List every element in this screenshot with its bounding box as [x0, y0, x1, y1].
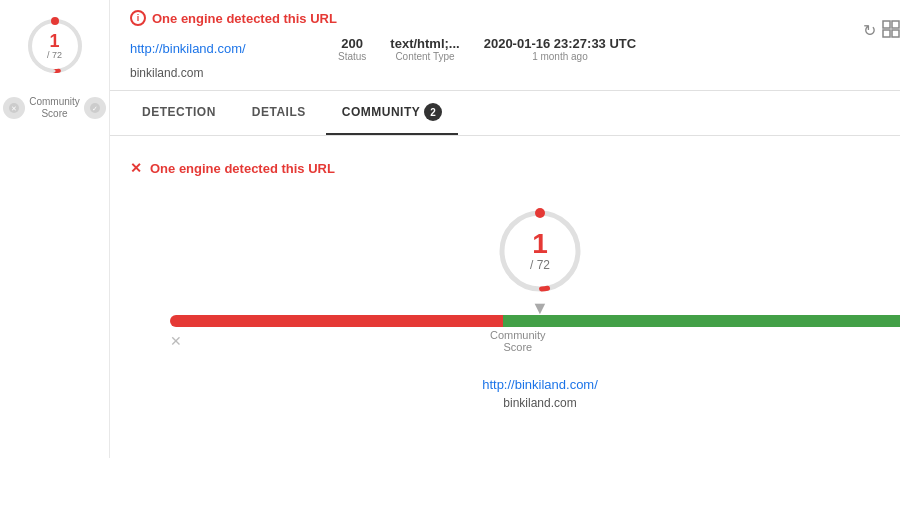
sidebar-cs-label: CommunityScore — [29, 96, 80, 120]
svg-rect-8 — [883, 21, 890, 28]
url-block: i One engine detected this URL http://bi… — [130, 10, 863, 80]
score-section: 1 / 72 ▼ — [130, 206, 900, 410]
refresh-button[interactable]: ↻ — [863, 21, 876, 40]
tab-details[interactable]: DETAILS — [236, 93, 322, 133]
progress-labels: ✕ CommunityScore ✓ — [170, 333, 900, 349]
progress-label-left: ✕ — [170, 333, 182, 349]
main-content: ✕ One engine detected this URL — [110, 136, 900, 458]
progress-green — [503, 315, 900, 327]
nav-tabs: DETECTION DETAILS COMMUNITY 2 — [110, 91, 900, 136]
top-bar: i One engine detected this URL http://bi… — [110, 0, 900, 91]
header-url[interactable]: http://binkiland.com/ — [130, 41, 330, 56]
sidebar-community-score: ✕ CommunityScore ✓ — [3, 96, 106, 120]
main-score-number: 1 — [530, 230, 550, 258]
progress-red — [170, 315, 503, 327]
sidebar-score-number: 1 — [47, 32, 62, 50]
status-label: Status — [338, 51, 366, 62]
svg-point-3 — [51, 17, 59, 25]
content-type-col: text/html;... Content Type — [390, 36, 459, 62]
date-col: 2020-01-16 23:27:33 UTC 1 month ago — [484, 36, 636, 62]
content-area: i One engine detected this URL http://bi… — [110, 0, 900, 458]
svg-text:✕: ✕ — [11, 105, 17, 112]
meta-row: 200 Status text/html;... Content Type 20… — [338, 36, 636, 62]
detection-notice-main-text: One engine detected this URL — [150, 161, 335, 176]
content-type-label: Content Type — [390, 51, 459, 62]
svg-rect-10 — [883, 30, 890, 37]
status-col: 200 Status — [338, 36, 366, 62]
sidebar-cs-right-icon: ✓ — [84, 97, 106, 119]
tab-community[interactable]: COMMUNITY 2 — [326, 91, 459, 135]
left-sidebar: 1 / 72 ✕ CommunityScore ✓ — [0, 0, 110, 458]
grid-button[interactable] — [882, 20, 900, 41]
progress-label-center: CommunityScore — [490, 329, 546, 353]
sidebar-score-denom: / 72 — [47, 50, 62, 60]
url-info-bottom: http://binkiland.com/ binkiland.com — [482, 377, 598, 410]
tab-community-badge: 2 — [424, 103, 442, 121]
svg-text:✓: ✓ — [92, 105, 98, 112]
sidebar-score-circle: 1 / 72 — [25, 16, 85, 76]
progress-section: ✕ CommunityScore ✓ — [130, 315, 900, 349]
svg-point-14 — [535, 208, 545, 218]
detection-notice-header: i One engine detected this URL — [130, 10, 863, 26]
progress-bar — [170, 315, 900, 327]
info-icon: i — [130, 10, 146, 26]
date-value: 2020-01-16 23:27:33 UTC — [484, 36, 636, 51]
detection-notice-text: One engine detected this URL — [152, 11, 337, 26]
x-icon: ✕ — [130, 160, 142, 176]
status-value: 200 — [338, 36, 366, 51]
main-url[interactable]: http://binkiland.com/ — [482, 377, 598, 392]
sidebar-cs-left-icon: ✕ — [3, 97, 25, 119]
tab-community-label: COMMUNITY — [342, 105, 421, 119]
content-type-value: text/html;... — [390, 36, 459, 51]
main-score-denom: / 72 — [530, 258, 550, 272]
main-domain: binkiland.com — [482, 396, 598, 410]
main-score-circle: 1 / 72 — [495, 206, 585, 296]
tab-detection[interactable]: DETECTION — [126, 93, 232, 133]
header-domain: binkiland.com — [130, 66, 863, 80]
svg-rect-11 — [892, 30, 899, 37]
top-right-icons: ↻ 🌐 — [863, 10, 900, 50]
svg-rect-9 — [892, 21, 899, 28]
detection-notice-main: ✕ One engine detected this URL — [130, 160, 900, 176]
date-sub: 1 month ago — [484, 51, 636, 62]
